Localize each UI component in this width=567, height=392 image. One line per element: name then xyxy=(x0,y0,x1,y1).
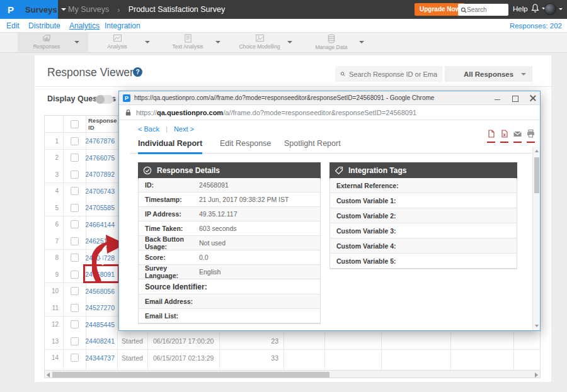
response-id-link[interactable]: 24707892 xyxy=(86,166,118,182)
row-checkbox[interactable] xyxy=(71,171,79,179)
row-checkbox[interactable] xyxy=(71,137,79,145)
tag-row: Custom Variable 4: xyxy=(330,238,517,254)
nav-item-distribute[interactable]: Distribute xyxy=(28,21,60,30)
row-checkbox[interactable] xyxy=(71,254,79,262)
search-icon xyxy=(340,70,345,77)
product-switcher[interactable]: P Surveys xyxy=(0,0,58,19)
score-cell: 23 xyxy=(220,333,284,349)
row-checkbox[interactable] xyxy=(71,354,79,362)
survey-nav: Edit Distribute Analytics Integration Re… xyxy=(0,19,567,33)
window-titlebar[interactable]: P https://qa.questionpro.com/a//frame.do… xyxy=(119,91,540,105)
email-icon[interactable] xyxy=(513,129,522,143)
status-cell: Started xyxy=(118,350,148,366)
detail-row: Timestamp:21 Jun, 2017 09:38:32 PM IST xyxy=(139,193,320,207)
row-checkbox[interactable] xyxy=(71,337,79,345)
row-checkbox[interactable] xyxy=(71,204,79,212)
nav-item-analytics[interactable]: Analytics xyxy=(69,21,100,30)
address-bar[interactable]: https://qa.questionpro.com/a//frame.do?m… xyxy=(119,105,540,120)
toolbar-item-choice-modelling[interactable]: Choice Modelling xyxy=(231,33,301,52)
nav-item-integration[interactable]: Integration xyxy=(105,21,140,30)
chevron-down-icon xyxy=(74,41,79,43)
check-circle-icon xyxy=(143,166,152,175)
help-link[interactable]: Help xyxy=(513,5,528,13)
response-id-link[interactable]: 24408241 xyxy=(86,333,118,349)
score-cell: 33 xyxy=(220,350,284,366)
bell-icon xyxy=(531,4,539,13)
row-checkbox[interactable] xyxy=(71,220,79,228)
help-circle-icon[interactable]: ? xyxy=(133,67,142,77)
popup-scroll-thumb[interactable] xyxy=(534,157,539,193)
account-menu[interactable] xyxy=(544,3,563,15)
row-checkbox[interactable] xyxy=(71,237,79,245)
detail-row: Email Address: xyxy=(139,294,320,309)
row-checkbox[interactable] xyxy=(71,187,79,195)
response-id-link[interactable]: 24705585 xyxy=(86,199,118,216)
response-details-header: Response Details xyxy=(138,162,321,179)
chevron-down-icon xyxy=(61,8,66,11)
window-title: https://qa.questionpro.com/a//frame.do?m… xyxy=(134,94,462,101)
tag-row: Custom Variable 5: xyxy=(330,254,517,269)
back-link[interactable]: < Back xyxy=(138,125,159,133)
response-search-input[interactable] xyxy=(349,70,437,78)
nav-item-edit[interactable]: Edit xyxy=(6,21,20,30)
choice-modelling-icon xyxy=(255,34,265,43)
response-id-link[interactable]: 24766075 xyxy=(86,150,118,166)
scroll-left-arrow[interactable] xyxy=(47,372,50,378)
print-icon[interactable] xyxy=(527,129,535,143)
response-id-link[interactable]: 24767876 xyxy=(86,133,118,149)
scroll-up-arrow[interactable] xyxy=(535,150,539,152)
response-search[interactable] xyxy=(335,66,442,82)
search-icon xyxy=(461,7,467,13)
row-checkbox[interactable] xyxy=(71,304,79,312)
tag-row: Custom Variable 1: xyxy=(330,193,517,208)
popup-vertical-scrollbar[interactable] xyxy=(532,147,540,330)
row-checkbox[interactable] xyxy=(71,287,79,295)
tag-row: Custom Variable 3: xyxy=(330,223,517,238)
close-button[interactable] xyxy=(530,95,536,101)
horizontal-scrollbar[interactable] xyxy=(45,370,540,378)
response-id-link[interactable]: 24706743 xyxy=(86,183,118,199)
pager: < Back | Next > xyxy=(138,125,194,133)
analysis-icon xyxy=(113,34,122,43)
tab-edit-response[interactable]: Edit Response xyxy=(220,139,271,152)
text-analysis-icon xyxy=(184,34,192,43)
chevron-down-icon xyxy=(215,41,220,43)
breadcrumb-my-surveys[interactable]: My Surveys xyxy=(68,5,109,14)
global-search[interactable] xyxy=(458,4,508,16)
detail-row: Survey Language:English xyxy=(139,265,320,279)
response-id-header[interactable]: Response ID xyxy=(86,116,118,132)
response-filter-dropdown[interactable]: All Responses xyxy=(445,66,532,82)
row-checkbox[interactable] xyxy=(71,154,79,162)
tab-individual-report[interactable]: Individual Report xyxy=(138,139,202,154)
scroll-right-arrow[interactable] xyxy=(535,372,538,378)
response-id-link[interactable]: 24568056 xyxy=(86,283,118,300)
notifications-menu[interactable] xyxy=(531,4,546,13)
breadcrumb: My Surveys › Product Satisfaction Survey xyxy=(68,0,225,19)
row-checkbox[interactable] xyxy=(71,320,79,328)
tab-spotlight-report[interactable]: Spotlight Report xyxy=(284,139,341,152)
select-all-checkbox[interactable] xyxy=(71,120,79,128)
detail-row: Email List: xyxy=(139,309,320,323)
toolbar-item-responses[interactable]: Responses xyxy=(18,33,88,52)
response-id-link[interactable]: 24344737 xyxy=(86,350,118,366)
responses-icon xyxy=(42,34,52,43)
minimize-button[interactable] xyxy=(495,95,501,101)
page-title: Response Viewer xyxy=(47,66,134,79)
scroll-down-arrow[interactable] xyxy=(535,325,539,327)
export-pdf-icon[interactable] xyxy=(487,129,495,143)
export-excel-icon[interactable] xyxy=(500,129,508,143)
row-checkbox[interactable] xyxy=(71,271,79,279)
report-tabs: Individual Report Edit Response Spotligh… xyxy=(130,135,533,154)
toolbar-item-text-analysis[interactable]: Text Analysis xyxy=(159,33,229,52)
global-search-input[interactable] xyxy=(467,6,505,13)
response-details-panel: Response Details ID:24568091 Timestamp:2… xyxy=(138,163,321,324)
horizontal-scroll-thumb[interactable] xyxy=(52,372,329,378)
toolbar-item-manage-data[interactable]: Manage Data xyxy=(302,33,373,52)
next-link[interactable]: Next > xyxy=(174,125,194,133)
response-id-link[interactable]: 24485445 xyxy=(86,316,118,333)
toolbar-item-analysis[interactable]: Analysis xyxy=(88,33,159,52)
maximize-button[interactable] xyxy=(512,95,518,101)
divider xyxy=(35,86,551,87)
response-id-link[interactable]: 24527270 xyxy=(86,300,118,316)
display-questions-toggle[interactable] xyxy=(96,95,113,104)
